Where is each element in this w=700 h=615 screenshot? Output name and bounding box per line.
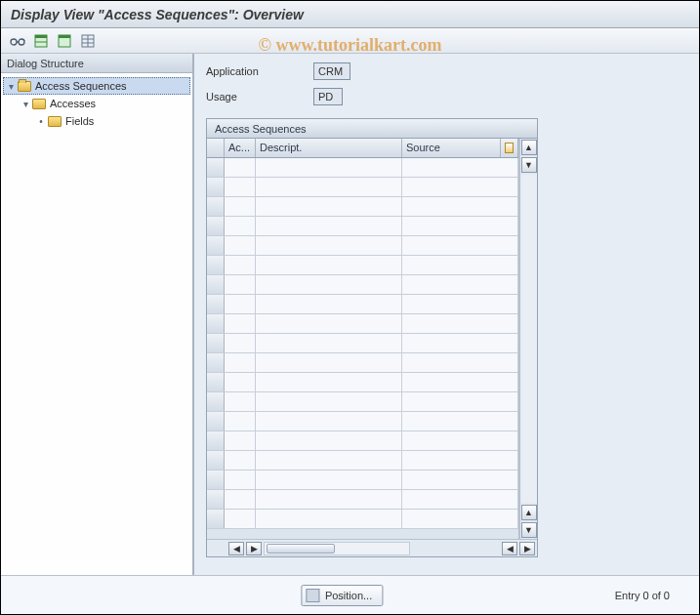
row-selector[interactable] — [207, 178, 225, 196]
cell-source[interactable] — [402, 451, 518, 470]
table-settings-icon[interactable] — [77, 31, 99, 51]
table-row[interactable] — [207, 490, 518, 510]
cell-ac[interactable] — [225, 158, 256, 177]
row-selector[interactable] — [207, 275, 225, 294]
cell-ac[interactable] — [225, 373, 256, 391]
row-selector[interactable] — [207, 256, 225, 274]
cell-source[interactable] — [402, 412, 518, 430]
column-header-selector[interactable] — [207, 139, 225, 157]
cell-source[interactable] — [402, 236, 518, 255]
cell-ac[interactable] — [225, 510, 256, 528]
cell-source[interactable] — [402, 158, 518, 177]
table-row[interactable] — [207, 217, 518, 236]
position-button[interactable]: Position... — [301, 585, 383, 606]
cell-ac[interactable] — [225, 178, 256, 196]
scroll-down-step-button[interactable]: ▼ — [521, 157, 537, 173]
cell-ac[interactable] — [225, 431, 256, 450]
table-row[interactable] — [207, 412, 518, 431]
cell-ac[interactable] — [225, 490, 256, 509]
cell-descript[interactable] — [256, 373, 402, 391]
cell-descript[interactable] — [256, 158, 402, 177]
cell-descript[interactable] — [256, 295, 402, 313]
row-selector[interactable] — [207, 295, 225, 313]
cell-descript[interactable] — [256, 451, 402, 470]
row-selector[interactable] — [207, 392, 225, 411]
cell-ac[interactable] — [225, 314, 256, 333]
row-selector[interactable] — [207, 236, 225, 255]
cell-descript[interactable] — [256, 178, 402, 196]
cell-source[interactable] — [402, 353, 518, 372]
horizontal-scrollbar[interactable]: ◀ ▶ ◀ ▶ — [207, 539, 537, 556]
cell-ac[interactable] — [225, 451, 256, 470]
scroll-up-button[interactable]: ▲ — [521, 140, 537, 155]
cell-source[interactable] — [402, 490, 518, 509]
tree-node-accesses[interactable]: ▾ Accesses — [3, 95, 190, 112]
cell-ac[interactable] — [225, 256, 256, 274]
table-configure-button[interactable] — [501, 139, 518, 157]
cell-ac[interactable] — [225, 471, 256, 489]
scroll-left-button[interactable]: ◀ — [228, 542, 244, 555]
cell-ac[interactable] — [225, 197, 256, 216]
cell-source[interactable] — [402, 178, 518, 196]
scroll-up-step-button[interactable]: ▲ — [521, 505, 537, 520]
row-selector[interactable] — [207, 353, 225, 372]
cell-descript[interactable] — [256, 490, 402, 509]
cell-descript[interactable] — [256, 275, 402, 294]
cell-ac[interactable] — [225, 353, 256, 372]
tree-node-access-sequences[interactable]: ▾ Access Sequences — [3, 77, 190, 95]
cell-descript[interactable] — [256, 431, 402, 450]
cell-descript[interactable] — [256, 353, 402, 372]
table-row[interactable] — [207, 197, 518, 217]
cell-ac[interactable] — [225, 236, 256, 255]
table-row[interactable] — [207, 256, 518, 275]
table-row[interactable] — [207, 334, 518, 353]
table-row[interactable] — [207, 451, 518, 471]
cell-source[interactable] — [402, 373, 518, 391]
table-row[interactable] — [207, 392, 518, 412]
glasses-toggle-icon[interactable] — [7, 31, 28, 51]
cell-source[interactable] — [402, 295, 518, 313]
table-collapse-icon[interactable] — [54, 31, 75, 51]
table-row[interactable] — [207, 353, 518, 373]
row-selector[interactable] — [207, 510, 225, 528]
horizontal-scroll-thumb[interactable] — [267, 544, 335, 554]
scroll-down-button[interactable]: ▼ — [521, 522, 537, 538]
table-row[interactable] — [207, 178, 518, 197]
row-selector[interactable] — [207, 373, 225, 391]
cell-descript[interactable] — [256, 236, 402, 255]
row-selector[interactable] — [207, 314, 225, 333]
table-row[interactable] — [207, 431, 518, 451]
table-row[interactable] — [207, 471, 518, 490]
cell-descript[interactable] — [256, 256, 402, 274]
row-selector[interactable] — [207, 412, 225, 430]
row-selector[interactable] — [207, 217, 225, 235]
row-selector[interactable] — [207, 158, 225, 177]
cell-ac[interactable] — [225, 217, 256, 235]
row-selector[interactable] — [207, 490, 225, 509]
scroll-right-button[interactable]: ▶ — [519, 542, 535, 555]
cell-source[interactable] — [402, 392, 518, 411]
cell-source[interactable] — [402, 431, 518, 450]
table-row[interactable] — [207, 314, 518, 334]
cell-ac[interactable] — [225, 412, 256, 430]
table-row[interactable] — [207, 158, 518, 178]
cell-descript[interactable] — [256, 197, 402, 216]
cell-ac[interactable] — [225, 334, 256, 352]
vertical-scroll-track[interactable] — [521, 175, 537, 503]
cell-descript[interactable] — [256, 334, 402, 352]
cell-source[interactable] — [402, 256, 518, 274]
cell-ac[interactable] — [225, 275, 256, 294]
cell-descript[interactable] — [256, 412, 402, 430]
table-row[interactable] — [207, 275, 518, 295]
cell-source[interactable] — [402, 314, 518, 333]
horizontal-scroll-track[interactable] — [264, 542, 410, 555]
dialog-structure-tree[interactable]: ▾ Access Sequences ▾ Accesses • Fields — [1, 73, 192, 575]
cell-ac[interactable] — [225, 392, 256, 411]
cell-source[interactable] — [402, 334, 518, 352]
column-header-descript[interactable]: Descript. — [256, 139, 402, 157]
scroll-right-step-button[interactable]: ▶ — [246, 542, 262, 555]
vertical-scrollbar[interactable]: ▲ ▼ ▲ ▼ — [519, 139, 537, 539]
cell-descript[interactable] — [256, 471, 402, 489]
tree-expander-icon[interactable]: ▾ — [6, 81, 16, 92]
cell-descript[interactable] — [256, 314, 402, 333]
